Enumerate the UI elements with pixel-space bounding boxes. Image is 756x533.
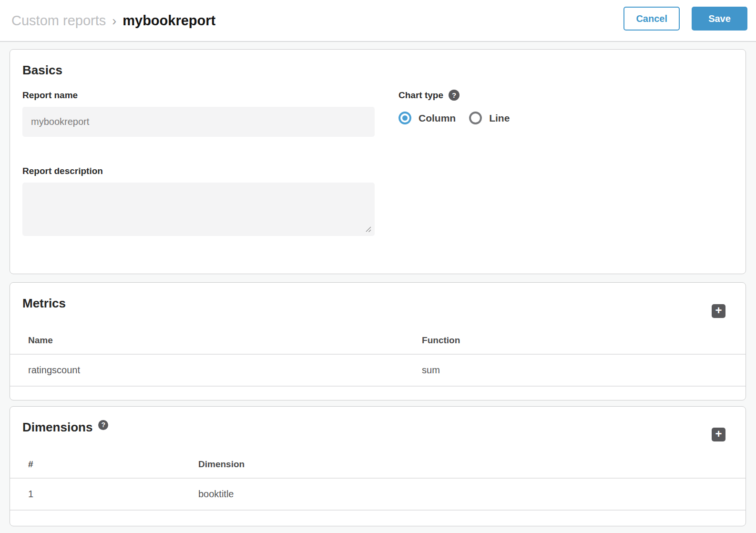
dimensions-title: Dimensions [22, 419, 92, 435]
cancel-button[interactable]: Cancel [623, 7, 680, 31]
dimensions-table-row[interactable]: 1 booktitle [10, 478, 746, 510]
dimension-index-cell: 1 [10, 478, 198, 510]
chart-type-radio-column[interactable]: Column [398, 112, 456, 124]
save-button[interactable]: Save [692, 7, 747, 31]
metrics-table-row[interactable]: ratingscount sum [10, 354, 746, 386]
add-metric-button[interactable]: + [712, 304, 725, 318]
radio-selected-icon [398, 112, 411, 124]
metrics-column-function: Function [422, 327, 746, 354]
dimensions-column-index: # [10, 451, 198, 478]
report-description-input[interactable] [22, 183, 375, 236]
report-name-label: Report name [22, 90, 375, 101]
dimensions-table-header-row: # Dimension [10, 451, 746, 478]
metrics-column-name: Name [10, 327, 422, 354]
dimensions-table: # Dimension 1 booktitle [10, 451, 746, 511]
metric-function-cell: sum [422, 354, 746, 386]
metrics-table: Name Function ratingscount sum [10, 327, 746, 387]
metrics-table-header-row: Name Function [10, 327, 746, 354]
basics-title: Basics [22, 62, 733, 78]
dimension-name-cell: booktitle [198, 478, 746, 510]
dimensions-card: Dimensions ? + # Dimension 1 booktitle [10, 406, 746, 526]
breadcrumb-current: mybookreport [123, 13, 215, 29]
report-name-input[interactable] [22, 107, 375, 137]
plus-icon: + [715, 305, 722, 316]
chart-type-line-label: Line [489, 113, 510, 124]
breadcrumb: Custom reports › mybookreport [11, 13, 215, 29]
add-dimension-button[interactable]: + [712, 428, 725, 441]
header-bar: Custom reports › mybookreport Cancel Sav… [0, 0, 756, 42]
chart-type-help-icon[interactable]: ? [449, 90, 460, 101]
dimensions-column-dimension: Dimension [198, 451, 746, 478]
header-actions: Cancel Save [623, 7, 747, 31]
dimensions-help-icon[interactable]: ? [98, 420, 108, 430]
chart-type-column-label: Column [419, 113, 456, 124]
radio-unselected-icon [469, 112, 482, 124]
chart-type-radio-group: Column Line [398, 112, 510, 124]
chevron-right-icon: › [106, 14, 123, 29]
breadcrumb-parent-link[interactable]: Custom reports [11, 13, 106, 29]
resize-handle-icon[interactable] [364, 226, 372, 233]
report-description-label: Report description [22, 165, 375, 176]
main-content: Basics Report name Report description [0, 42, 756, 526]
metrics-card: Metrics + Name Function ratingscount sum [10, 282, 746, 400]
chart-type-radio-line[interactable]: Line [469, 112, 510, 124]
metrics-title: Metrics [22, 295, 746, 311]
basics-card: Basics Report name Report description [10, 49, 746, 274]
plus-icon: + [715, 428, 722, 440]
chart-type-label: Chart type [398, 90, 443, 101]
metric-name-cell: ratingscount [10, 354, 422, 386]
